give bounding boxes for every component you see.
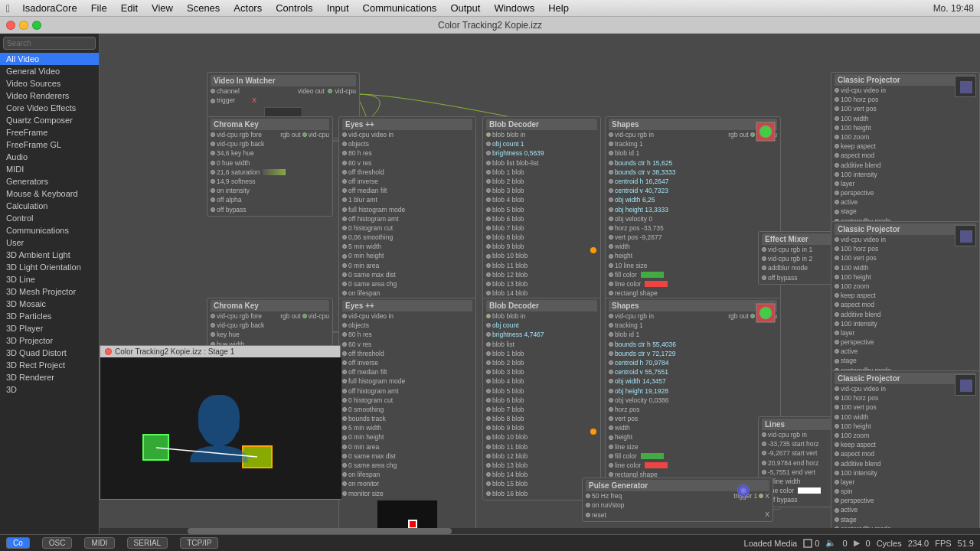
ck1-title: Chroma Key: [211, 119, 329, 130]
status-tab-co[interactable]: Co: [6, 537, 30, 549]
sidebar-item-generators[interactable]: Generators: [0, 175, 99, 187]
video-icon: ▶: [854, 538, 860, 548]
eyes1-title: Eyes ++: [342, 119, 472, 130]
sidebar-item-midi[interactable]: MIDI: [0, 163, 99, 175]
shapes1-icon: [754, 120, 777, 143]
sidebar-search[interactable]: [3, 37, 96, 50]
sidebar-item-communications[interactable]: Communications: [0, 224, 99, 236]
sidebar-item-3d-rect[interactable]: 3D Rect Project: [0, 359, 99, 371]
sidebar-item-audio[interactable]: Audio: [0, 151, 99, 163]
sidebar-item-3d-line[interactable]: 3D Line: [0, 273, 99, 285]
preview-titlebar: Color Tracking2 Kopie.izz : Stage 1: [100, 346, 340, 357]
sidebar-item-3d-projector[interactable]: 3D Projector: [0, 334, 99, 347]
sidebar-item-3d-particles[interactable]: 3D Particles: [0, 310, 99, 322]
blob-decoder-1-node[interactable]: Blob Decoder blob blob in obj count 1 br…: [482, 116, 601, 319]
preview-close[interactable]: [105, 348, 112, 355]
sidebar-item-3d[interactable]: 3D: [0, 383, 99, 396]
status-tab-serial[interactable]: SERIAL: [127, 537, 168, 549]
sidebar-item-freeframe[interactable]: FreeFrame: [0, 126, 99, 139]
preview-content: 👤: [100, 357, 341, 499]
chroma-key-1-node[interactable]: Chroma Key vid-cpu rgb forergb outvid-cp…: [207, 116, 333, 217]
shapes2-title: Shapes: [609, 300, 777, 311]
pulse-generator-node[interactable]: Pulse Generator 50 Hz freqtrigger 1X on …: [582, 478, 773, 522]
menu-controls[interactable]: Controls: [270, 1, 318, 15]
svg-rect-12: [804, 540, 812, 547]
fps-value: 51.9: [958, 539, 974, 548]
menu-communications[interactable]: Communications: [357, 1, 443, 15]
sidebar-item-video-renderers[interactable]: Video Renderers: [0, 90, 99, 102]
menu-view[interactable]: View: [145, 1, 179, 15]
preview-window[interactable]: Color Tracking2 Kopie.izz : Stage 1 👤: [100, 345, 341, 500]
sidebar-item-quartz[interactable]: Quartz Composer: [0, 114, 99, 126]
scrollbar-thumb[interactable]: [188, 528, 452, 534]
sidebar-item-3d-mosaic[interactable]: 3D Mosaic: [0, 298, 99, 310]
blob-decoder-2-node[interactable]: Blob Decoder blob blob in obj count brig…: [482, 298, 601, 500]
menubar:  IsadoraCore File Edit View Scenes Acto…: [0, 0, 980, 17]
sidebar: All Video General Video Video Sources Vi…: [0, 34, 100, 534]
sidebar-item-all-video[interactable]: All Video: [0, 53, 99, 65]
viw-channel-row: channel video out vid-cpu: [211, 86, 356, 96]
classic-projector-3-node[interactable]: Classic Projector vid-cpu video in 100 h…: [831, 370, 980, 534]
svg-point-6: [760, 307, 772, 319]
sidebar-item-3d-quad[interactable]: 3D Quad Distort: [0, 347, 99, 359]
menu-edit[interactable]: Edit: [115, 1, 144, 15]
patch-canvas[interactable]: Video In Watcher channel video out vid-c…: [100, 34, 980, 534]
classic-projector-1-node[interactable]: Classic Projector vid-cpu video in 100 h…: [831, 72, 980, 228]
sidebar-item-3d-mesh[interactable]: 3D Mesh Projector: [0, 285, 99, 298]
statusbar: Co OSC MIDI SERIAL TCP/IP Loaded Media 0…: [0, 534, 980, 551]
viw-channel-port: [211, 89, 215, 93]
apple-logo: : [6, 2, 10, 15]
ck2-title: Chroma Key: [211, 300, 329, 311]
shapes-1-node[interactable]: Shapes vid-cpu rgb inrgb outvid-cpu trac…: [605, 116, 781, 328]
blob2-indicator: [590, 429, 596, 435]
sidebar-item-general-video[interactable]: General Video: [0, 65, 99, 77]
sidebar-item-3d-player[interactable]: 3D Player: [0, 322, 99, 334]
sidebar-item-mouse-keyboard[interactable]: Mouse & Keyboard: [0, 187, 99, 200]
menu-input[interactable]: Input: [321, 1, 355, 15]
pg-indicator: [737, 484, 750, 497]
window-controls: [6, 21, 41, 30]
svg-rect-10: [960, 380, 972, 392]
main-area: All Video General Video Video Sources Vi…: [0, 34, 980, 534]
shapes2-icon: [754, 302, 777, 324]
sidebar-item-3d-light[interactable]: 3D Light Orientation: [0, 261, 99, 273]
cycles-label: Cycles: [877, 539, 902, 548]
svg-point-1: [760, 126, 772, 138]
maximize-button[interactable]: [32, 21, 41, 30]
minimize-button[interactable]: [19, 21, 28, 30]
titlebar: Color Tracking2 Kopie.izz: [0, 17, 980, 34]
sidebar-item-3d-renderer[interactable]: 3D Renderer: [0, 371, 99, 383]
status-tab-midi[interactable]: MIDI: [84, 537, 114, 549]
menu-help[interactable]: Help: [542, 1, 575, 15]
sidebar-item-video-sources[interactable]: Video Sources: [0, 77, 99, 90]
sidebar-item-core-video[interactable]: Core Video Effects: [0, 102, 99, 114]
status-info: Loaded Media 0 🔈 0 ▶ 0 Cycles 234.0 FPS …: [744, 538, 974, 548]
eyes-2-node[interactable]: Eyes ++ vid-cpu video in objects 80 h re…: [338, 298, 476, 534]
fps-label: FPS: [935, 539, 951, 548]
sidebar-item-calculation[interactable]: Calculation: [0, 200, 99, 212]
status-tab-tcp[interactable]: TCP/IP: [180, 537, 218, 549]
menu-output[interactable]: Output: [444, 1, 486, 15]
menu-file[interactable]: File: [85, 1, 113, 15]
menu-scenes[interactable]: Scenes: [181, 1, 226, 15]
viw-vidout-port: [328, 89, 332, 93]
classic-projector-2-node[interactable]: Classic Projector vid-cpu video in 100 h…: [831, 221, 980, 377]
menu-windows[interactable]: Windows: [488, 1, 541, 15]
svg-rect-8: [960, 81, 972, 93]
loaded-media-count: 0: [803, 539, 819, 548]
close-button[interactable]: [6, 21, 15, 30]
canvas-scrollbar[interactable]: [100, 528, 980, 534]
menu-right: Mo. 19:48: [933, 3, 974, 14]
speaker-icon: 🔈: [825, 538, 836, 548]
viw-trigger-row: trigger X: [211, 96, 356, 106]
sidebar-item-3d-ambient[interactable]: 3D Ambient Light: [0, 249, 99, 261]
sidebar-item-control[interactable]: Control: [0, 212, 99, 224]
menu-actors[interactable]: Actors: [227, 1, 268, 15]
status-tab-osc[interactable]: OSC: [42, 537, 73, 549]
sidebar-item-freeframe-gl[interactable]: FreeFrame GL: [0, 139, 99, 151]
viw-trigger-port: [211, 99, 215, 103]
cycles-value: 234.0: [908, 539, 929, 548]
menu-time: Mo. 19:48: [933, 3, 974, 14]
sidebar-item-user[interactable]: User: [0, 236, 99, 249]
menu-isadoracore[interactable]: IsadoraCore: [16, 1, 83, 15]
